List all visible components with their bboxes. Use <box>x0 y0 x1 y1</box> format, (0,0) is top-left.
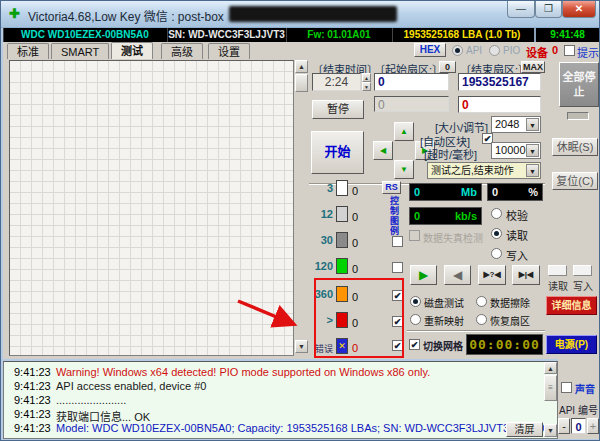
data-erase-radio-label: 数据擦除 <box>490 295 530 310</box>
percent-value: 0 <box>492 186 498 198</box>
chevron-down-icon[interactable]: ▼ <box>526 144 539 157</box>
api-number-value[interactable]: 0 <box>571 418 586 434</box>
test-tab-content: ▲ ▼ 〔结束时间〕 〔起始扇区:〕 0 〔结束扇区:〕 MAX 2:24 ▲ … <box>3 59 599 359</box>
write-led <box>573 265 592 276</box>
grid-toggle-label: 切换网格 <box>423 338 463 353</box>
back-icon[interactable]: ◀ <box>444 265 471 285</box>
verify-radio-label: 校验 <box>506 207 528 223</box>
disk-test-radio[interactable] <box>410 296 421 307</box>
close-button[interactable]: ✕ <box>562 1 596 18</box>
log-message: Model: WDC WD10EZEX-00BN5A0; Capacity: 1… <box>56 422 558 434</box>
log-message: API access enabled, device #0 <box>56 380 206 392</box>
grid-scrollbar-thumb[interactable] <box>295 74 308 92</box>
mb-unit: Mb <box>461 186 477 198</box>
data-erase-radio[interactable] <box>476 296 487 307</box>
restore-radio[interactable] <box>476 314 487 325</box>
log-scroll-up-icon[interactable]: ▲ <box>544 362 557 374</box>
sound-checkbox[interactable] <box>561 382 572 393</box>
api-number-minus-button[interactable]: - <box>558 418 570 434</box>
end-time-spin-up-icon[interactable]: ▲ <box>362 73 371 82</box>
legend-swatch-120 <box>336 258 348 274</box>
pause-button[interactable]: 暂停 <box>312 100 364 119</box>
verify-radio[interactable] <box>491 208 502 219</box>
legend-vertical-label: 控制图例 <box>388 196 401 250</box>
end-time-field[interactable]: 2:24 <box>312 73 361 91</box>
chevron-down-icon[interactable]: ▼ <box>526 118 539 131</box>
legend-checkbox-120[interactable] <box>392 262 403 273</box>
drive-firmware: Fw: 01.01A01 <box>286 28 391 42</box>
annotation-rectangle <box>314 278 404 358</box>
drive-model: WDC WD10EZEX-00BN5A0 <box>3 28 166 42</box>
step-icon[interactable]: ▶|◀ <box>512 265 540 285</box>
api-radio-label: API <box>466 45 482 56</box>
elapsed-timer-lcd: 00:00:00 <box>466 334 543 355</box>
api-radio[interactable] <box>452 45 463 56</box>
tab-settings[interactable]: 设置 <box>208 43 250 59</box>
start-lba-zero-button[interactable]: 0 <box>439 61 456 73</box>
speed-value: 0 <box>414 210 420 222</box>
write-radio[interactable] <box>491 248 502 259</box>
dpad-up-icon[interactable]: ▲ <box>394 122 414 141</box>
rs-button[interactable]: RS <box>382 181 401 194</box>
log-panel: 9:41:23 Warning! Windows x64 detected! P… <box>3 361 558 439</box>
block-size-value: 2048 <box>495 118 519 130</box>
end-lba-input[interactable]: 1953525167 <box>458 73 541 91</box>
log-scroll-down-icon[interactable]: ▼ <box>544 424 557 437</box>
power-button[interactable]: 电源(P) <box>546 335 597 354</box>
hint-checkbox[interactable] <box>564 45 575 56</box>
read-radio[interactable] <box>491 228 502 239</box>
legend-count-12: 0 <box>352 211 358 223</box>
start-lba-secondary-field: 0 <box>374 96 449 112</box>
timeout-label: [超时/毫秒] <box>424 146 477 162</box>
log-scrollbar-thumb[interactable]: ≡ <box>544 375 557 401</box>
scan-icon[interactable]: ▶?◀ <box>478 265 506 285</box>
sleep-button[interactable]: 休眠(S) <box>552 138 598 156</box>
grid-toggle-checkbox[interactable]: ✔ <box>409 339 420 350</box>
log-time: 9:41:23 <box>14 394 51 406</box>
remap-radio[interactable] <box>410 314 421 325</box>
dpad-down-icon[interactable]: ▼ <box>394 160 414 179</box>
api-number-plus-button[interactable]: + <box>587 418 599 434</box>
sound-checkbox-label: 声音 <box>575 381 595 396</box>
after-test-action-select[interactable]: 测试之后,结束动作▼ <box>427 162 541 179</box>
legend-count-30: 0 <box>352 237 358 249</box>
end-lba-max-button[interactable]: MAX <box>521 61 545 73</box>
after-test-action-value: 测试之后,结束动作 <box>431 165 514 176</box>
start-button[interactable]: 开始 <box>311 131 364 174</box>
title-bar[interactable]: ✚ Victoria4.68,Low Key 微信 : post-box — ❐… <box>1 1 600 28</box>
tab-test[interactable]: 测试 <box>111 42 153 59</box>
panel-divider <box>407 330 545 332</box>
pio-radio[interactable] <box>489 45 500 56</box>
clear-log-button[interactable]: 清屏 <box>506 422 543 437</box>
tab-advanced[interactable]: 高级 <box>161 43 203 59</box>
minimize-button[interactable]: — <box>507 1 535 18</box>
log-time: 9:41:23 <box>14 422 51 434</box>
start-lba-input[interactable]: 0 <box>374 73 449 91</box>
tab-standard[interactable]: 标准 <box>7 43 49 59</box>
maximize-button[interactable]: ❐ <box>535 1 562 18</box>
grid-scroll-up-icon[interactable]: ▲ <box>295 60 308 73</box>
stop-all-button[interactable]: 全部停止 <box>559 62 599 107</box>
log-time: 9:41:23 <box>14 366 51 378</box>
details-button[interactable]: 详细信息 <box>546 296 597 315</box>
play-icon[interactable]: ▶ <box>410 265 437 285</box>
timeout-select[interactable]: 10000▼ <box>491 142 541 159</box>
log-time: 9:41:23 <box>14 380 51 392</box>
grid-scroll-down-icon[interactable]: ▼ <box>295 340 308 353</box>
app-icon: ✚ <box>9 6 20 21</box>
victoria-window: ✚ Victoria4.68,Low Key 微信 : post-box — ❐… <box>0 0 600 441</box>
tab-smart[interactable]: SMART <box>51 43 109 59</box>
drive-serial: SN: WD-WCC3F3LJJVT3 <box>167 28 285 42</box>
device-label: 设备 <box>526 44 548 60</box>
reset-button[interactable]: 复位(C) <box>552 172 598 190</box>
read-radio-label: 读取 <box>506 227 528 243</box>
block-size-select[interactable]: 2048▼ <box>491 116 541 133</box>
chevron-down-icon[interactable]: ▼ <box>526 164 539 177</box>
end-lba-secondary-field[interactable]: 0 <box>458 96 541 113</box>
dpad-left-icon[interactable]: ◀ <box>373 141 393 160</box>
end-time-spin-down-icon[interactable]: ▼ <box>362 82 371 91</box>
clock: 9:41:48 <box>534 28 599 42</box>
legend-label-12: 12 <box>313 208 333 220</box>
remap-radio-label: 重新映射 <box>424 313 464 328</box>
hex-button[interactable]: HEX <box>414 43 446 57</box>
